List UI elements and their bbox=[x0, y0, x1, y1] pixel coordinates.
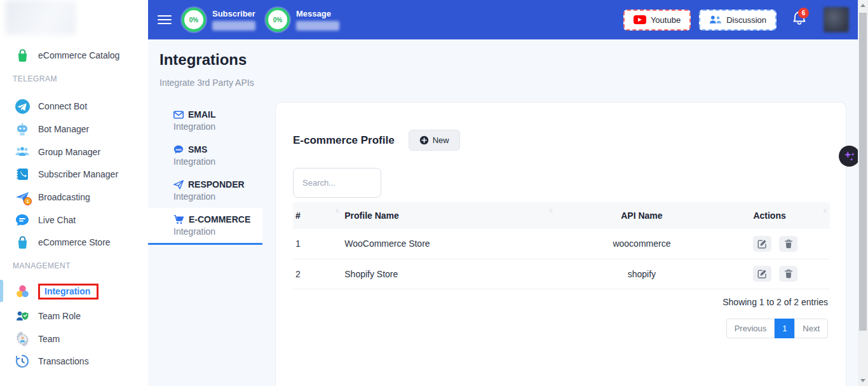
edit-button[interactable] bbox=[753, 266, 771, 282]
responder-send-icon bbox=[173, 180, 184, 190]
sidebar-item-label: Bot Manager bbox=[38, 124, 89, 134]
delete-button[interactable] bbox=[779, 266, 797, 282]
message-progress-ring: 0% bbox=[266, 8, 290, 32]
broadcast-plane-icon: 1 bbox=[14, 189, 31, 205]
sidebar-item-label: eCommerce Catalog bbox=[38, 50, 119, 60]
sparkles-icon bbox=[843, 149, 857, 163]
vertical-scrollbar[interactable] bbox=[858, 0, 868, 386]
new-profile-button[interactable]: New bbox=[409, 130, 460, 151]
page-subtitle: Integrate 3rd Party APIs bbox=[159, 78, 254, 88]
row-num: 2 bbox=[293, 259, 342, 289]
sort-icon[interactable]: ↑↓ bbox=[548, 207, 552, 214]
column-header-profile-name[interactable]: Profile Name↑↓ bbox=[342, 202, 555, 229]
hamburger-menu-icon[interactable] bbox=[158, 13, 172, 27]
discussion-button[interactable]: Discussion bbox=[699, 10, 776, 31]
column-header-api-name[interactable]: API Name bbox=[555, 202, 728, 229]
sidebar-item-team-role[interactable]: Team Role bbox=[0, 305, 148, 327]
subscriber-percent: 0% bbox=[189, 17, 198, 24]
sidebar-item-connect-bot[interactable]: Connect Bot bbox=[0, 95, 148, 117]
sidebar-item-ecommerce-store[interactable]: eCommerce Store bbox=[0, 231, 148, 253]
subnav-item-subtitle: Integration bbox=[173, 121, 262, 132]
row-api-name: shopify bbox=[555, 259, 728, 289]
contact-book-icon bbox=[14, 166, 31, 183]
row-profile-name: Shopify Store bbox=[342, 259, 555, 289]
delete-button[interactable] bbox=[779, 236, 797, 252]
subscriber-progress-ring: 0% bbox=[182, 8, 206, 32]
sidebar-item-subscriber-manager[interactable]: Subscriber Manager bbox=[0, 163, 148, 185]
next-page-button[interactable]: Next bbox=[794, 319, 828, 338]
trash-icon bbox=[784, 239, 793, 249]
subnav-item-subtitle: Integration bbox=[173, 156, 262, 167]
subnav-item-subtitle: Integration bbox=[173, 191, 262, 202]
sidebar-item-team[interactable]: Team bbox=[0, 328, 148, 350]
edit-button[interactable] bbox=[753, 236, 771, 252]
sidebar-item-bot-manager[interactable]: Bot Manager bbox=[0, 118, 148, 140]
sidebar-item-broadcasting[interactable]: 1 Broadcasting bbox=[0, 186, 148, 208]
sidebar-item-transactions[interactable]: Transactions bbox=[0, 350, 148, 372]
column-header-actions[interactable]: Actions↑↓ bbox=[728, 202, 830, 229]
sidebar-item-label: Connect Bot bbox=[38, 101, 87, 111]
subscriber-progress: 0% Subscriber bbox=[182, 8, 255, 32]
subnav-item-ecommerce[interactable]: E-COMMERCE Integration bbox=[148, 208, 262, 245]
sidebar: eCommerce Catalog TELEGRAM Connect Bot B… bbox=[0, 0, 148, 386]
robot-icon bbox=[14, 121, 31, 137]
integration-circles-icon bbox=[14, 283, 31, 300]
sidebar-item-ecommerce-catalog[interactable]: eCommerce Catalog bbox=[0, 45, 148, 66]
subnav-item-subtitle: Integration bbox=[173, 226, 262, 237]
edit-pencil-icon bbox=[757, 269, 767, 279]
discussion-users-icon bbox=[709, 15, 722, 25]
ai-assistant-fab[interactable] bbox=[839, 146, 860, 167]
search-input[interactable] bbox=[293, 168, 381, 198]
sort-icon[interactable]: ↑↓ bbox=[823, 207, 826, 214]
message-label: Message bbox=[296, 9, 339, 18]
scroll-down-arrow-icon[interactable] bbox=[860, 379, 865, 382]
sms-icon: SMS bbox=[173, 145, 184, 155]
user-avatar[interactable] bbox=[824, 7, 849, 32]
table-row: 1 WooCommerce Store woocommerce bbox=[293, 229, 830, 259]
subnav-item-email[interactable]: EMAIL Integration bbox=[148, 103, 262, 138]
subnav-item-sms[interactable]: SMS SMS Integration bbox=[148, 138, 262, 173]
column-header-num[interactable]: #↑↓ bbox=[293, 202, 342, 229]
email-icon bbox=[173, 111, 184, 119]
notifications-button[interactable]: 6 bbox=[792, 10, 807, 29]
edit-pencil-icon bbox=[757, 239, 767, 249]
pagination: Previous 1 Next bbox=[726, 319, 828, 338]
integration-subnav: EMAIL Integration SMS SMS Integration RE… bbox=[148, 103, 262, 245]
message-progress: 0% Message bbox=[266, 8, 339, 32]
discussion-button-label: Discussion bbox=[726, 15, 766, 25]
youtube-icon bbox=[634, 15, 646, 24]
sidebar-item-group-manager[interactable]: Group Manager bbox=[0, 141, 148, 163]
telegram-icon bbox=[14, 98, 31, 114]
youtube-button[interactable]: Youtube bbox=[623, 10, 691, 31]
sidebar-item-label: Integration bbox=[44, 286, 90, 296]
plus-circle-icon bbox=[419, 135, 429, 145]
current-page-button[interactable]: 1 bbox=[775, 319, 794, 338]
sidebar-item-label: Group Manager bbox=[38, 147, 100, 157]
scrollbar-thumb[interactable] bbox=[859, 13, 867, 331]
previous-page-button[interactable]: Previous bbox=[726, 319, 775, 338]
sidebar-item-label: Team bbox=[38, 334, 60, 344]
table-row: 2 Shopify Store shopify bbox=[293, 259, 830, 289]
subnav-item-responder[interactable]: RESPONDER Integration bbox=[148, 173, 262, 208]
ecommerce-profile-card: E-commerce Profile New #↑↓ Profile Name↑… bbox=[275, 102, 846, 386]
annotation-red-box: Integration bbox=[38, 284, 98, 300]
youtube-button-label: Youtube bbox=[651, 15, 681, 25]
subscriber-value-blurred bbox=[212, 21, 255, 31]
sidebar-item-label: Transactions bbox=[38, 356, 89, 366]
sidebar-item-label: Live Chat bbox=[38, 215, 76, 225]
sidebar-item-live-chat[interactable]: Live Chat bbox=[0, 209, 148, 231]
team-gear-icon bbox=[14, 331, 31, 347]
top-header: 0% Subscriber 0% Message Youtube Discuss… bbox=[148, 0, 858, 39]
sidebar-section-management: MANAGEMENT bbox=[13, 261, 71, 270]
transactions-clock-icon bbox=[14, 353, 31, 369]
scroll-up-arrow-icon[interactable] bbox=[860, 4, 865, 7]
main-content: Integrations Integrate 3rd Party APIs EM… bbox=[148, 39, 858, 386]
sidebar-item-integration[interactable]: Integration bbox=[0, 280, 148, 302]
app-logo bbox=[5, 0, 76, 35]
page-title: Integrations bbox=[159, 51, 247, 69]
subnav-item-title: E-COMMERCE bbox=[189, 214, 250, 224]
row-api-name: woocommerce bbox=[555, 229, 728, 259]
team-role-shield-icon bbox=[14, 308, 31, 324]
new-button-label: New bbox=[433, 135, 449, 145]
sort-icon[interactable]: ↑↓ bbox=[335, 207, 338, 214]
